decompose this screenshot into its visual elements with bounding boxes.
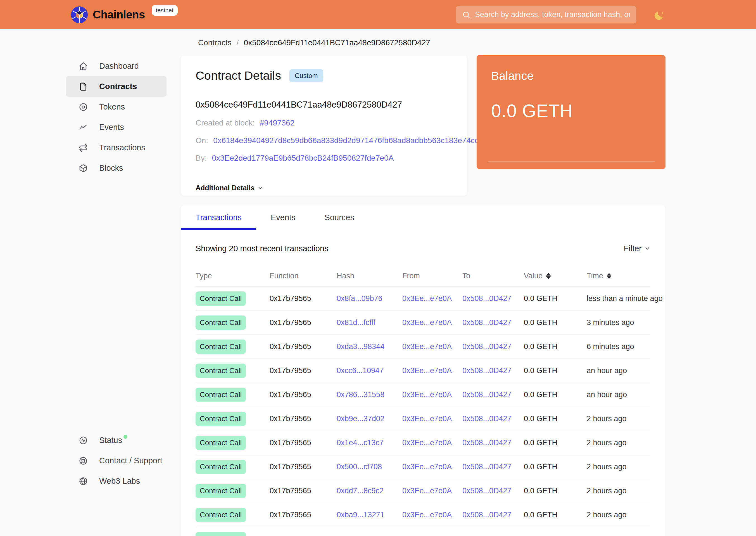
from-link[interactable]: 0x3Ee...e7e0A <box>402 342 462 351</box>
to-link[interactable]: 0x508...0D427 <box>462 415 524 423</box>
breadcrumb: Contracts / 0x5084ce649Fd11e0441BC71aa48… <box>198 38 666 48</box>
sidebar-footer-nav: Status Contact / Support Web3 Labs <box>0 430 181 536</box>
to-link[interactable]: 0x508...0D427 <box>462 390 524 399</box>
time-cell: 3 minutes ago <box>587 318 650 327</box>
sidebar-item-label: Events <box>99 123 124 132</box>
created-block-link[interactable]: #9497362 <box>260 118 295 127</box>
function-cell: 0x17b79565 <box>270 390 337 399</box>
tabs: Transactions Events Sources <box>181 205 665 230</box>
tab-sources[interactable]: Sources <box>310 205 369 230</box>
table-row: Contract Call 0x17b79565 0x786...31558 0… <box>196 383 650 407</box>
brand-name: Chainlens <box>93 8 145 21</box>
search-input[interactable] <box>475 10 630 19</box>
column-header-time: Time <box>587 272 650 280</box>
balance-divider <box>488 161 655 161</box>
sidebar-item-label: Status <box>99 436 122 445</box>
hash-link[interactable]: 0xcc6...10947 <box>337 366 402 375</box>
tab-events[interactable]: Events <box>256 205 310 230</box>
brand[interactable]: Chainlens testnet <box>70 6 178 24</box>
type-badge: Contract Call <box>196 412 246 426</box>
sort-icon[interactable] <box>546 273 551 279</box>
sidebar-item-transactions[interactable]: Transactions <box>66 138 167 158</box>
from-link[interactable]: 0x3Ee...e7e0A <box>402 366 462 375</box>
hash-link[interactable]: 0x1e4...c13c7 <box>337 438 402 447</box>
sidebar-item-contracts[interactable]: Contracts <box>66 76 167 97</box>
to-link[interactable]: 0x508...0D427 <box>462 438 524 447</box>
table-row-partial: Contract Call <box>196 527 650 536</box>
type-badge: Contract Call <box>196 340 246 354</box>
from-link[interactable]: 0x3Ee...e7e0A <box>402 294 462 303</box>
app-header: Chainlens testnet <box>0 0 756 29</box>
to-link[interactable]: 0x508...0D427 <box>462 366 524 375</box>
filter-label: Filter <box>624 244 642 253</box>
from-link[interactable]: 0x3Ee...e7e0A <box>402 415 462 423</box>
value-cell: 0.0 GETH <box>524 318 587 327</box>
sidebar-item-tokens[interactable]: Tokens <box>66 97 167 117</box>
globe-icon <box>79 477 88 486</box>
hash-link[interactable]: 0x500...cf708 <box>337 462 402 471</box>
hash-link[interactable]: 0xb9e...37d02 <box>337 415 402 423</box>
hash-link[interactable]: 0xdd7...8c9c2 <box>337 486 402 495</box>
from-link[interactable]: 0x3Ee...e7e0A <box>402 462 462 471</box>
type-badge: Contract Call <box>196 508 246 522</box>
to-link[interactable]: 0x508...0D427 <box>462 342 524 351</box>
to-link[interactable]: 0x508...0D427 <box>462 486 524 495</box>
sidebar-item-label: Tokens <box>99 102 125 112</box>
function-cell: 0x17b79565 <box>270 438 337 447</box>
sidebar-item-label: Contracts <box>99 82 137 91</box>
table-row: Contract Call 0x17b79565 0xba9...13271 0… <box>196 503 650 527</box>
sidebar-item-web3-labs[interactable]: Web3 Labs <box>66 471 167 491</box>
table-row: Contract Call 0x17b79565 0xdd7...8c9c2 0… <box>196 479 650 503</box>
type-badge: Contract Call <box>196 532 246 536</box>
balance-card: Balance 0.0 GETH <box>477 55 666 169</box>
hash-link[interactable]: 0x8fa...09b76 <box>337 294 402 303</box>
table-row: Contract Call 0x17b79565 0x81d...fcfff 0… <box>196 311 650 335</box>
column-header-to: To <box>462 272 524 280</box>
from-link[interactable]: 0x3Ee...e7e0A <box>402 390 462 399</box>
table-row: Contract Call 0x17b79565 0xda3...98344 0… <box>196 335 650 359</box>
to-link[interactable]: 0x508...0D427 <box>462 462 524 471</box>
time-cell: 6 minutes ago <box>587 342 650 351</box>
sidebar-item-dashboard[interactable]: Dashboard <box>66 56 167 76</box>
sidebar-nav: Dashboard Contracts Tokens Events <box>0 56 181 178</box>
hash-link[interactable]: 0x786...31558 <box>337 390 402 399</box>
chainlens-logo-icon <box>70 6 88 24</box>
to-link[interactable]: 0x508...0D427 <box>462 294 524 303</box>
creation-tx-hash-link[interactable]: 0x6184e39404927d8c59db66a833d9d2d971476f… <box>213 136 496 145</box>
hash-link[interactable]: 0xba9...13271 <box>337 511 402 519</box>
from-link[interactable]: 0x3Ee...e7e0A <box>402 486 462 495</box>
function-cell: 0x17b79565 <box>270 294 337 303</box>
created-at-label: Created at block: <box>196 118 255 127</box>
theme-toggle[interactable] <box>654 9 666 21</box>
time-cell: an hour ago <box>587 390 650 399</box>
from-link[interactable]: 0x3Ee...e7e0A <box>402 318 462 327</box>
value-cell: 0.0 GETH <box>524 342 587 351</box>
column-header-hash: Hash <box>337 272 402 280</box>
sidebar-item-blocks[interactable]: Blocks <box>66 158 167 178</box>
activity-icon <box>79 123 88 132</box>
type-badge: Contract Call <box>196 484 246 498</box>
sort-icon[interactable] <box>607 273 611 279</box>
table-row: Contract Call 0x17b79565 0x500...cf708 0… <box>196 455 650 479</box>
hash-link[interactable]: 0xda3...98344 <box>337 342 402 351</box>
table-row: Contract Call 0x17b79565 0xcc6...10947 0… <box>196 359 650 383</box>
creator-address-link[interactable]: 0x3Ee2ded1779aE9b65d78bcB24fB950827fde7e… <box>212 154 394 163</box>
hash-link[interactable]: 0x81d...fcfff <box>337 318 402 327</box>
type-badge: Contract Call <box>196 364 246 378</box>
to-link[interactable]: 0x508...0D427 <box>462 318 524 327</box>
from-link[interactable]: 0x3Ee...e7e0A <box>402 511 462 519</box>
to-link[interactable]: 0x508...0D427 <box>462 511 524 519</box>
sidebar-item-status[interactable]: Status <box>66 430 167 451</box>
balance-value: 0.0 GETH <box>491 101 651 121</box>
sidebar-item-contact-support[interactable]: Contact / Support <box>66 451 167 471</box>
function-cell: 0x17b79565 <box>270 366 337 375</box>
from-link[interactable]: 0x3Ee...e7e0A <box>402 438 462 447</box>
filter-button[interactable]: Filter <box>624 244 650 253</box>
breadcrumb-contracts-link[interactable]: Contracts <box>198 38 232 47</box>
lifebuoy-icon <box>79 456 88 466</box>
additional-details-toggle[interactable]: Additional Details <box>196 184 263 192</box>
function-cell: 0x17b79565 <box>270 318 337 327</box>
sidebar-item-events[interactable]: Events <box>66 117 167 138</box>
search-bar[interactable] <box>456 6 637 23</box>
tab-transactions[interactable]: Transactions <box>181 205 256 230</box>
